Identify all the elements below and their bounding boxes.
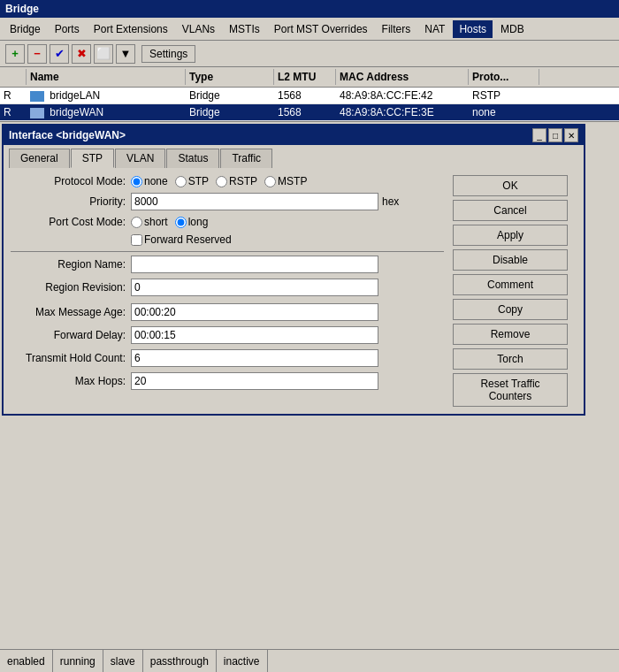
region-name-label: Region Name:	[11, 258, 126, 271]
tab-traffic[interactable]: Traffic	[220, 149, 272, 168]
app-title: Bridge	[5, 3, 39, 15]
tab-vlan[interactable]: VLAN	[115, 149, 165, 168]
copy-button[interactable]: ⬜	[94, 44, 113, 64]
menu-mdb[interactable]: MDB	[494, 20, 531, 38]
check-button[interactable]: ✔	[50, 44, 69, 64]
row2-flag: R	[0, 104, 27, 120]
menu-vlans[interactable]: VLANs	[176, 20, 221, 38]
menu-nat[interactable]: NAT	[418, 20, 451, 38]
protocol-mode-row: Protocol Mode: none STP RSTP	[11, 175, 444, 187]
region-revision-input[interactable]	[131, 279, 378, 296]
add-button[interactable]: +	[5, 44, 25, 64]
max-message-age-row: Max Message Age:	[11, 303, 444, 321]
row1-mtu: 1568	[274, 88, 336, 103]
transmit-hold-input[interactable]	[131, 349, 378, 367]
filter-button[interactable]: ▼	[116, 44, 135, 64]
interface-dialog: Interface <bridgeWAN> _ □ ✕ General STP …	[2, 124, 585, 416]
forward-reserved-checkbox[interactable]	[131, 234, 142, 246]
col-proto: Proto...	[469, 69, 539, 85]
priority-input[interactable]	[131, 193, 378, 210]
torch-button[interactable]: Torch	[453, 348, 568, 370]
row2-name: bridgeWAN	[27, 104, 186, 120]
radio-short-label[interactable]: short	[131, 216, 168, 228]
tab-general[interactable]: General	[9, 149, 70, 168]
tab-stp[interactable]: STP	[71, 149, 114, 168]
forward-delay-label: Forward Delay:	[11, 329, 126, 341]
menu-hosts[interactable]: Hosts	[453, 20, 493, 38]
radio-short[interactable]	[131, 217, 142, 228]
menu-port-mst-overrides[interactable]: Port MST Overrides	[268, 20, 374, 38]
dialog-title: Interface <bridgeWAN>	[9, 129, 126, 141]
menu-ports[interactable]: Ports	[49, 20, 86, 38]
status-slave: slave	[103, 650, 143, 672]
region-revision-row: Region Revision:	[11, 279, 444, 296]
forward-delay-row: Forward Delay:	[11, 326, 444, 344]
max-message-age-input[interactable]	[131, 303, 378, 321]
forward-reserved-row: Forward Reserved	[11, 233, 444, 246]
radio-mstp[interactable]	[264, 176, 276, 187]
radio-long-label[interactable]: long	[175, 216, 209, 228]
title-bar: Bridge	[0, 0, 619, 18]
comment-button[interactable]: Comment	[453, 274, 568, 295]
menu-bridge[interactable]: Bridge	[4, 20, 47, 38]
col-type: Type	[186, 69, 274, 85]
port-cost-group: short long	[131, 216, 208, 228]
cancel-button[interactable]: Cancel	[453, 200, 568, 221]
row1-type: Bridge	[186, 88, 274, 103]
status-running: running	[53, 650, 103, 672]
status-inactive: inactive	[217, 650, 268, 672]
forward-reserved-label[interactable]: Forward Reserved	[131, 233, 232, 246]
status-bar: enabled running slave passthrough inacti…	[0, 649, 619, 672]
region-revision-label: Region Revision:	[11, 281, 126, 294]
toolbar: + − ✔ ✖ ⬜ ▼ Settings	[0, 41, 619, 67]
max-hops-input[interactable]	[131, 372, 378, 390]
col-flag	[0, 69, 27, 85]
col-mac: MAC Address	[336, 69, 469, 85]
radio-long[interactable]	[175, 217, 187, 228]
max-hops-label: Max Hops:	[11, 375, 126, 387]
radio-none-label[interactable]: none	[131, 175, 168, 187]
ok-button[interactable]: OK	[453, 175, 568, 196]
copy-dialog-button[interactable]: Copy	[453, 299, 568, 320]
remove-button[interactable]: −	[27, 44, 47, 64]
forward-delay-input[interactable]	[131, 326, 378, 344]
radio-mstp-label[interactable]: MSTP	[264, 175, 307, 187]
dialog-actions: OK Cancel Apply Disable Comment Copy Rem…	[453, 175, 577, 407]
menu-mstis[interactable]: MSTIs	[223, 20, 266, 38]
reset-traffic-button[interactable]: Reset Traffic Counters	[453, 373, 568, 407]
radio-stp[interactable]	[175, 176, 187, 187]
dialog-body: Protocol Mode: none STP RSTP	[4, 168, 584, 414]
cross-button[interactable]: ✖	[72, 44, 91, 64]
maximize-button[interactable]: □	[548, 128, 562, 142]
region-name-input[interactable]	[131, 256, 378, 273]
port-cost-label: Port Cost Mode:	[11, 216, 126, 228]
row1-name: bridgeLAN	[27, 88, 186, 103]
close-button[interactable]: ✕	[564, 128, 578, 142]
dialog-tabs: General STP VLAN Status Traffic	[4, 145, 584, 168]
menu-filters[interactable]: Filters	[376, 20, 417, 38]
protocol-mode-group: none STP RSTP MSTP	[131, 175, 307, 187]
menu-port-extensions[interactable]: Port Extensions	[88, 20, 174, 38]
row2-type: Bridge	[186, 104, 274, 120]
priority-row: Priority: hex	[11, 193, 444, 210]
apply-button[interactable]: Apply	[453, 225, 568, 246]
row1-flag: R	[0, 88, 27, 103]
remove-dialog-button[interactable]: Remove	[453, 324, 568, 345]
disable-button[interactable]: Disable	[453, 249, 568, 271]
table-header: Name Type L2 MTU MAC Address Proto...	[0, 67, 619, 88]
tab-status[interactable]: Status	[166, 149, 219, 168]
table-row[interactable]: R bridgeWAN Bridge 1568 48:A9:8A:CC:FE:3…	[0, 104, 619, 121]
minimize-button[interactable]: _	[532, 128, 546, 142]
hex-label: hex	[382, 195, 399, 208]
transmit-hold-label: Transmit Hold Count:	[11, 352, 126, 364]
radio-rstp[interactable]	[216, 176, 227, 187]
radio-none[interactable]	[131, 176, 142, 187]
table-row[interactable]: R bridgeLAN Bridge 1568 48:A9:8A:CC:FE:4…	[0, 88, 619, 104]
radio-stp-label[interactable]: STP	[175, 175, 209, 187]
region-name-row: Region Name:	[11, 256, 444, 273]
row2-proto: none	[469, 104, 539, 120]
settings-button[interactable]: Settings	[141, 45, 195, 63]
radio-rstp-label[interactable]: RSTP	[216, 175, 257, 187]
status-enabled: enabled	[0, 650, 53, 672]
col-name: Name	[27, 69, 186, 85]
